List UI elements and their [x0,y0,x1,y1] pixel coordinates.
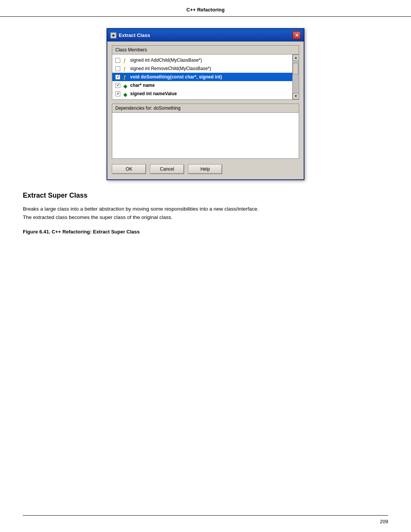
dialog-window-icon: ■ [110,32,116,38]
member-4-text: char* name [130,83,155,88]
field-icon: ◆ [123,83,129,88]
scroll-up-button[interactable]: ▲ [293,54,299,61]
member-item[interactable]: ƒ signed int RemoveChild(MyClassBase*) [112,64,292,73]
member-1-text: signed int AddChild(MyClassBase*) [130,58,202,63]
class-members-container: Class Members ƒ signed int AddChild(MyCl… [112,45,299,100]
dependencies-container: Dependencies for: doSomething [112,104,299,159]
dialog-screenshot: ■ Extract Class ✕ Class Members [23,28,388,180]
member-1-checkbox[interactable] [115,58,120,63]
method-icon: ƒ [123,58,129,63]
dialog-buttons: OK Cancel Help [112,164,299,176]
dialog-titlebar: ■ Extract Class ✕ [107,29,304,42]
dialog-title: Extract Class [119,32,150,38]
dialog-title-left: ■ Extract Class [110,32,150,38]
member-3-text: void doSomething(const char*, signed int… [130,74,222,80]
dialog-body: Class Members ƒ signed int AddChild(MyCl… [107,42,304,179]
scrollbar: ▲ ▼ [292,54,299,99]
cancel-button[interactable]: Cancel [150,164,184,174]
member-4-checkbox[interactable] [115,83,120,88]
ok-button[interactable]: OK [112,164,146,174]
member-2-checkbox[interactable] [115,66,120,71]
field-icon: ◆ [123,91,129,97]
section-title: Extract Super Class [23,192,388,200]
scroll-track [293,61,299,93]
scroll-thumb[interactable] [293,63,298,74]
page-footer: 209 [23,515,388,524]
member-item[interactable]: ◆ signed int nameValue [112,89,292,98]
header-title: C++ Refactoring [186,7,225,13]
class-members-label: Class Members [115,47,147,53]
page-number: 209 [380,519,388,524]
dependencies-body [112,113,299,158]
member-item[interactable]: ƒ void doSomething(const char*, signed i… [112,73,292,81]
member-2-text: signed int RemoveChild(MyClassBase*) [130,66,211,71]
member-3-checkbox[interactable] [115,75,120,80]
scroll-down-button[interactable]: ▼ [293,93,299,99]
section-description: Breaks a large class into a better abstr… [23,205,388,221]
members-list: ƒ signed int AddChild(MyClassBase*) ƒ si… [112,54,292,99]
class-members-header: Class Members [112,46,299,54]
member-5-text: signed int nameValue [130,91,177,96]
dependencies-label: Dependencies for: doSomething [115,105,180,111]
member-item[interactable]: ƒ signed int AddChild(MyClassBase*) [112,56,292,64]
members-scroll-area: ƒ signed int AddChild(MyClassBase*) ƒ si… [112,54,299,99]
help-button[interactable]: Help [188,164,222,174]
member-item[interactable]: ◆ char* name [112,81,292,89]
member-5-checkbox[interactable] [115,91,120,96]
page-header: C++ Refactoring [0,0,411,17]
method-icon: ƒ [123,75,129,80]
dialog-close-button[interactable]: ✕ [293,31,301,39]
figure-caption: Figure 6.41. C++ Refactoring: Extract Su… [23,229,388,235]
dependencies-header: Dependencies for: doSomething [112,104,299,113]
method-icon: ƒ [123,66,129,72]
members-list-wrapper: ƒ signed int AddChild(MyClassBase*) ƒ si… [112,54,299,99]
extract-class-dialog: ■ Extract Class ✕ Class Members [107,28,304,180]
